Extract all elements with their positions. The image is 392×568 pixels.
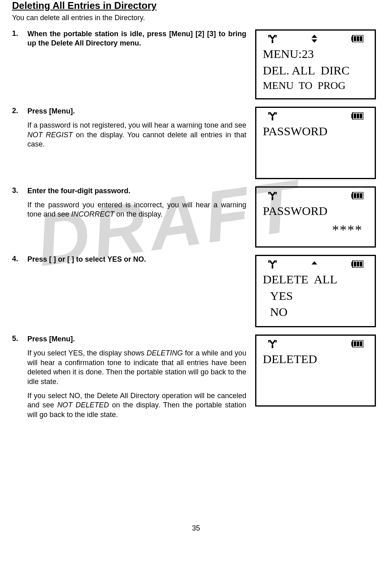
svg-marker-1 xyxy=(312,35,317,38)
svg-marker-2 xyxy=(312,39,317,43)
scroll-arrows-icon xyxy=(311,260,318,270)
device-screen: PASSWORD**** xyxy=(255,186,376,248)
screen-line xyxy=(259,156,372,172)
svg-rect-17 xyxy=(354,193,356,198)
screen-line: PASSWORD xyxy=(259,203,372,219)
step-description-2: If you select NO, the Delete All Directo… xyxy=(27,391,246,419)
svg-rect-32 xyxy=(360,341,362,346)
step-description: If the password you entered is incorrect… xyxy=(27,200,246,219)
step-bold-text: Press [Menu]. xyxy=(27,335,246,344)
antenna-icon xyxy=(268,191,277,202)
device-screen: DELETE ALLYESNO xyxy=(255,255,376,327)
step-bold-text: When the portable station is idle, press… xyxy=(27,29,246,48)
step-number: 4. xyxy=(12,255,27,264)
antenna-icon xyxy=(268,112,277,122)
step-number: 2. xyxy=(12,107,27,149)
antenna-icon xyxy=(268,260,277,270)
screen-line: **** xyxy=(259,219,372,241)
step-bold-text: Press [ ] or [ ] to select YES or NO. xyxy=(27,255,246,264)
svg-rect-19 xyxy=(360,193,362,198)
battery-icon xyxy=(351,340,363,349)
svg-rect-30 xyxy=(354,341,356,346)
step-body: Press [Menu].If you select YES, the disp… xyxy=(27,335,254,419)
svg-rect-24 xyxy=(354,262,356,266)
screen-line: DEL. ALL DIRC xyxy=(259,62,372,79)
step-description: If you select YES, the display shows DEL… xyxy=(27,349,246,386)
svg-marker-21 xyxy=(312,261,317,264)
screen-line: DELETED xyxy=(259,351,372,368)
screen-line: PASSWORD xyxy=(259,123,372,140)
screen-line: DELETE ALL xyxy=(259,271,372,288)
step-number: 5. xyxy=(12,335,27,419)
screen-line xyxy=(259,140,372,156)
screen-line xyxy=(259,384,372,400)
step-number: 1. xyxy=(12,29,27,48)
page-number: 35 xyxy=(12,524,380,541)
step-body: Press [ ] or [ ] to select YES or NO. xyxy=(27,255,254,264)
device-screen: MENU:23DEL. ALL DIRCMENU TO PROG xyxy=(255,29,376,99)
screen-line: YES xyxy=(259,288,372,304)
svg-rect-6 xyxy=(357,36,359,41)
step-bold-text: Press [Menu]. xyxy=(27,107,246,116)
battery-icon xyxy=(351,112,363,121)
antenna-icon xyxy=(268,34,277,45)
svg-rect-11 xyxy=(354,114,356,118)
step-description: If a password is not registered, you wil… xyxy=(27,121,246,149)
svg-rect-18 xyxy=(357,193,359,198)
svg-rect-13 xyxy=(360,114,362,118)
battery-icon xyxy=(351,35,363,44)
screen-line: MENU TO PROG xyxy=(259,78,372,93)
svg-rect-25 xyxy=(357,262,359,266)
screen-line: NO xyxy=(259,304,372,320)
status-bar xyxy=(259,192,372,203)
step-body: Press [Menu].If a password is not regist… xyxy=(27,107,254,149)
battery-icon xyxy=(351,192,363,201)
svg-rect-14 xyxy=(272,197,273,200)
status-bar xyxy=(259,340,372,351)
svg-rect-27 xyxy=(272,345,273,348)
page-title: Deleting All Entries in Directory xyxy=(12,0,380,11)
svg-rect-8 xyxy=(272,117,273,120)
antenna-icon xyxy=(268,339,277,350)
status-bar xyxy=(259,260,372,271)
battery-icon xyxy=(351,260,363,269)
svg-rect-0 xyxy=(272,40,273,43)
svg-rect-20 xyxy=(272,265,273,269)
device-screen: PASSWORD xyxy=(255,107,376,179)
svg-rect-12 xyxy=(357,114,359,118)
step-number: 3. xyxy=(12,186,27,219)
svg-rect-5 xyxy=(354,36,356,41)
step-bold-text: Enter the four-digit password. xyxy=(27,186,246,196)
screen-line: MENU:23 xyxy=(259,46,372,62)
step-body: Enter the four-digit password.If the pas… xyxy=(27,186,254,219)
intro-text: You can delete all entries in the Direct… xyxy=(12,14,380,22)
scroll-arrows-icon xyxy=(311,34,318,45)
step-body: When the portable station is idle, press… xyxy=(27,29,254,48)
status-bar xyxy=(259,35,372,46)
svg-rect-26 xyxy=(360,262,362,266)
screen-line xyxy=(259,367,372,384)
status-bar xyxy=(259,112,372,123)
svg-rect-7 xyxy=(360,36,362,41)
svg-rect-31 xyxy=(357,341,359,346)
device-screen: DELETED xyxy=(255,335,376,407)
